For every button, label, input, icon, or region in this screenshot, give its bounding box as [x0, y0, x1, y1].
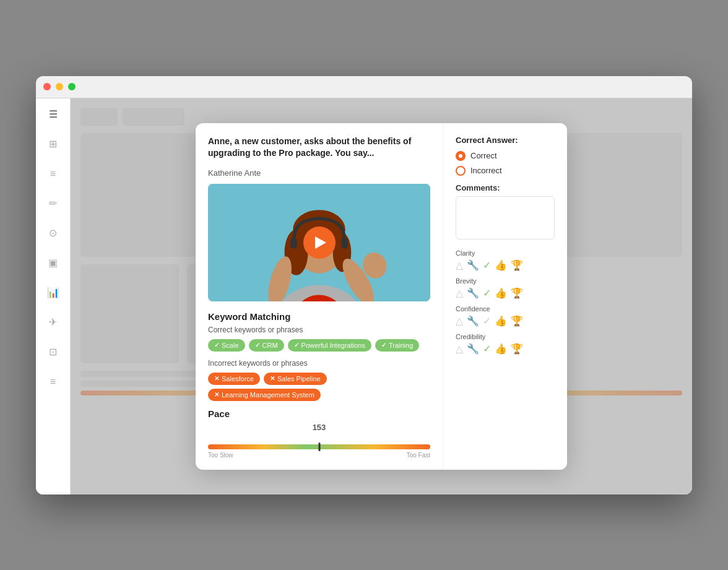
clarity-check-icon[interactable]: ✓	[483, 259, 491, 271]
confidence-wrench-icon[interactable]: 🔧	[467, 315, 479, 327]
credibility-wrench-icon[interactable]: 🔧	[467, 343, 479, 355]
clarity-icons: △ 🔧 ✓ 👍 🏆	[456, 259, 555, 271]
credibility-badge-icon[interactable]: 🏆	[511, 343, 523, 355]
app-body: ☰ ⊞ ≡ ✏ ⊙ ▣ 📊 ✈ ⊡ ≡ Quak	[36, 98, 692, 494]
confidence-badge-icon[interactable]: 🏆	[511, 315, 523, 327]
close-button[interactable]	[43, 83, 51, 90]
sidebar-grid-icon[interactable]: ▣	[45, 254, 62, 272]
video-container[interactable]	[208, 184, 430, 301]
keyword-sales-pipeline: Sales Pipeline	[277, 375, 321, 382]
clarity-badge-icon[interactable]: 🏆	[511, 259, 523, 271]
credibility-alert-icon[interactable]: △	[456, 343, 463, 355]
brevity-alert-icon[interactable]: △	[456, 287, 463, 299]
pace-title: Pace	[208, 408, 430, 419]
keyword-tag-sales-pipeline: ✕ Sales Pipeline	[264, 373, 327, 385]
keyword-crm: CRM	[262, 342, 278, 349]
checkmark-icon: ✓	[294, 342, 299, 348]
modal-right-panel: Correct Answer: Correct Incorrect Commen…	[443, 123, 567, 470]
clarity-alert-icon[interactable]: △	[456, 259, 463, 271]
sidebar-hamburger[interactable]: ☰	[45, 106, 62, 123]
confidence-alert-icon[interactable]: △	[456, 315, 463, 327]
keyword-tag-training: ✓ Training	[375, 339, 419, 352]
clarity-label: Clarity	[456, 249, 555, 257]
sidebar-inbox-icon[interactable]: ⊙	[45, 225, 62, 242]
modal-overlay: Anne, a new customer, asks about the ben…	[71, 98, 692, 494]
keyword-tag-lms: ✕ Learning Management System	[208, 389, 321, 401]
credibility-check-icon[interactable]: ✓	[483, 343, 491, 355]
mac-window: ☰ ⊞ ≡ ✏ ⊙ ▣ 📊 ✈ ⊡ ≡ Quak	[36, 76, 692, 494]
rating-confidence: Confidence △ 🔧 ✓ 👍 🏆	[456, 305, 555, 327]
confidence-icons: △ 🔧 ✓ 👍 🏆	[456, 315, 555, 327]
brevity-wrench-icon[interactable]: 🔧	[467, 287, 479, 299]
play-triangle-icon	[315, 236, 326, 249]
main-content: Quake Start searching... 🔍	[71, 98, 692, 494]
keyword-tag-crm: ✓ CRM	[249, 339, 284, 352]
pace-section: Pace 153 Too Slow Too Fast	[208, 408, 430, 459]
brevity-badge-icon[interactable]: 🏆	[511, 287, 523, 299]
page-background: Anne, a new customer, asks about the ben…	[71, 98, 692, 494]
sidebar-folder-icon[interactable]: ⊡	[45, 343, 62, 361]
presenter-name: Katherine Ante	[208, 168, 430, 178]
svg-rect-12	[341, 238, 348, 248]
pace-bar	[208, 444, 430, 449]
checkmark-icon: ✓	[381, 342, 386, 348]
correct-answer-title: Correct Answer:	[456, 136, 555, 145]
rating-credibility: Credibility △ 🔧 ✓ 👍 🏆	[456, 333, 555, 355]
sidebar-send-icon[interactable]: ✈	[45, 314, 62, 331]
brevity-icons: △ 🔧 ✓ 👍 🏆	[456, 287, 555, 299]
incorrect-keywords-row: ✕ Salesforce ✕ Sales Pipeline ✕ Learning…	[208, 373, 430, 401]
incorrect-keywords-label: Incorrect keywords or phrases	[208, 359, 430, 368]
incorrect-radio-label: Incorrect	[470, 166, 502, 175]
brevity-thumbsup-icon[interactable]: 👍	[495, 287, 507, 299]
sidebar-edit-icon[interactable]: ✏	[45, 195, 62, 212]
keyword-tag-scale: ✓ Scale	[208, 339, 245, 352]
correct-radio-option[interactable]: Correct	[456, 151, 555, 161]
svg-rect-11	[290, 238, 297, 248]
comments-label: Comments:	[456, 183, 555, 192]
credibility-label: Credibility	[456, 333, 555, 340]
checkmark-icon: ✓	[214, 342, 219, 348]
keyword-tag-salesforce: ✕ Salesforce	[208, 373, 260, 385]
keyword-integrations: Powerful Integrations	[301, 342, 365, 349]
keyword-scale: Scale	[222, 342, 239, 349]
modal-question-text: Anne, a new customer, asks about the ben…	[208, 136, 430, 160]
sidebar-home-icon[interactable]: ⊞	[45, 136, 62, 153]
keyword-tag-integrations: ✓ Powerful Integrations	[288, 339, 371, 352]
confidence-check-icon[interactable]: ✓	[483, 315, 491, 327]
confidence-label: Confidence	[456, 305, 555, 313]
pace-too-slow-label: Too Slow	[208, 452, 233, 459]
sidebar: ☰ ⊞ ≡ ✏ ⊙ ▣ 📊 ✈ ⊡ ≡	[36, 98, 71, 494]
title-bar	[36, 76, 692, 98]
clarity-wrench-icon[interactable]: 🔧	[467, 259, 479, 271]
x-icon: ✕	[270, 375, 275, 382]
correct-keywords-label: Correct keywords or phrases	[208, 326, 430, 334]
sidebar-list-icon[interactable]: ≡	[45, 165, 62, 183]
checkmark-icon: ✓	[255, 342, 260, 348]
x-icon: ✕	[214, 391, 219, 398]
brevity-check-icon[interactable]: ✓	[483, 287, 491, 299]
clarity-thumbsup-icon[interactable]: 👍	[495, 259, 507, 271]
comments-textarea[interactable]	[456, 196, 555, 240]
pace-marker	[318, 443, 320, 451]
correct-radio-button[interactable]	[456, 151, 466, 161]
keyword-training: Training	[389, 342, 413, 349]
play-button[interactable]	[303, 227, 336, 259]
pace-value: 153	[208, 423, 430, 432]
incorrect-radio-option[interactable]: Incorrect	[456, 166, 555, 176]
rating-brevity: Brevity △ 🔧 ✓ 👍 🏆	[456, 277, 555, 299]
sidebar-chart-icon[interactable]: 📊	[45, 284, 62, 301]
correct-keywords-row: ✓ Scale ✓ CRM ✓ Powerful Integrations	[208, 339, 430, 352]
confidence-thumbsup-icon[interactable]: 👍	[495, 315, 507, 327]
keyword-matching-title: Keyword Matching	[208, 311, 430, 322]
modal-left-panel: Anne, a new customer, asks about the ben…	[196, 123, 443, 470]
minimize-button[interactable]	[56, 83, 63, 90]
modal-dialog: Anne, a new customer, asks about the ben…	[196, 123, 567, 470]
fullscreen-button[interactable]	[68, 83, 76, 90]
pace-too-fast-label: Too Fast	[407, 452, 430, 459]
correct-radio-label: Correct	[470, 151, 497, 160]
keyword-lms: Learning Management System	[222, 391, 314, 399]
credibility-thumbsup-icon[interactable]: 👍	[495, 343, 507, 355]
incorrect-radio-button[interactable]	[456, 166, 466, 176]
keyword-salesforce: Salesforce	[222, 375, 254, 382]
sidebar-settings-icon[interactable]: ≡	[45, 373, 62, 391]
